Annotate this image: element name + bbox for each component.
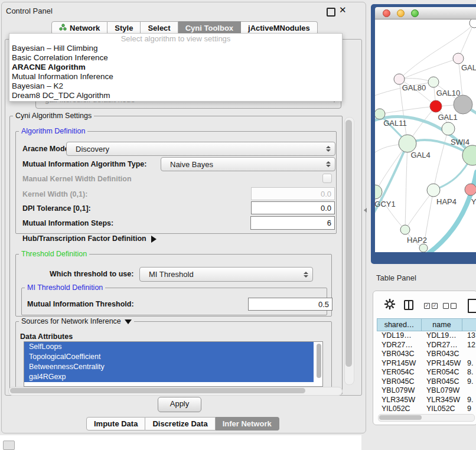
mi-steps-label: Mutual Information Steps: bbox=[22, 219, 113, 227]
network-node-gal[interactable] bbox=[453, 53, 464, 64]
column-header-a[interactable]: A bbox=[462, 318, 476, 331]
close-icon[interactable]: ✕ bbox=[339, 5, 347, 15]
mi-type-select[interactable]: Naive Bayes bbox=[161, 157, 335, 171]
column-header-shared[interactable]: shared… bbox=[377, 318, 422, 331]
list-scrollbar-thumb[interactable] bbox=[317, 344, 321, 378]
which-threshold-label: Which threshold to use: bbox=[50, 270, 133, 278]
network-node-gal11[interactable] bbox=[375, 109, 385, 119]
network-edge[interactable] bbox=[433, 129, 448, 190]
settings-vertical-scrollbar[interactable] bbox=[344, 117, 354, 385]
which-threshold-select[interactable]: MI Threshold bbox=[139, 267, 313, 282]
mi-threshold-input[interactable] bbox=[248, 298, 332, 311]
table-cell: YBL079W bbox=[422, 386, 462, 396]
algorithm-option-aracne-algorithm[interactable]: ARACNE Algorithm bbox=[9, 63, 342, 72]
table-toolbar: ✓✓ bbox=[373, 296, 476, 315]
aracne-mode-select[interactable]: Discovery bbox=[66, 142, 335, 156]
close-window-icon[interactable] bbox=[383, 9, 390, 17]
gear-icon[interactable] bbox=[384, 298, 396, 310]
network-node-gcy1[interactable] bbox=[375, 185, 382, 199]
network-node[interactable] bbox=[442, 122, 455, 135]
table-cell: 13 bbox=[462, 331, 476, 341]
table-cell: YLR345W bbox=[377, 396, 422, 405]
network-node[interactable] bbox=[470, 19, 476, 28]
table-cell: 9. bbox=[462, 377, 476, 387]
network-node-y[interactable] bbox=[465, 184, 476, 195]
table-row[interactable]: YBL079WYBL079W bbox=[377, 386, 476, 396]
algorithm-option-bayesian-k2[interactable]: Bayesian – K2 bbox=[9, 81, 342, 91]
network-edge[interactable] bbox=[405, 190, 433, 230]
settings-horizontal-scrollbar[interactable] bbox=[8, 387, 343, 396]
node-label: SWI4 bbox=[451, 138, 470, 146]
control-panel-title: Control Panel bbox=[6, 6, 53, 15]
algorithm-option-basic-correlation-inference[interactable]: Basic Correlation Inference bbox=[9, 53, 342, 63]
table-row[interactable]: YLR345WYLR345W9. bbox=[377, 396, 476, 405]
network-edge[interactable] bbox=[458, 24, 474, 58]
table-cell: 12 bbox=[462, 341, 476, 350]
network-node-hap2[interactable] bbox=[400, 225, 410, 234]
splitter-collapse-icon[interactable] bbox=[364, 208, 367, 213]
network-graph[interactable]: GALGAL80GAL10GAL1GAL11SWI4GAL4GCY1HAP4YH… bbox=[375, 19, 476, 252]
page-icon[interactable] bbox=[468, 299, 476, 313]
table-cell: YPR145W bbox=[377, 359, 422, 369]
sources-group-title[interactable]: Sources for Network Inference bbox=[19, 317, 134, 325]
attribute-item-topologicalcoefficient[interactable]: TopologicalCoefficient bbox=[24, 352, 314, 362]
float-panel-icon[interactable] bbox=[327, 8, 335, 17]
attribute-item-gal4rgexp[interactable]: gal4RGexp bbox=[24, 372, 314, 382]
table-row[interactable]: YDR27…YDR27…12 bbox=[377, 341, 476, 350]
scrollbar-thumb[interactable] bbox=[379, 415, 422, 420]
column-header-name[interactable]: name bbox=[422, 318, 462, 331]
manual-kernel-checkbox bbox=[322, 174, 332, 183]
table-row[interactable]: YIL052CYIL052C9 bbox=[377, 405, 476, 413]
table-row[interactable]: YER054CYER054C8. bbox=[377, 368, 476, 377]
algorithm-definition-title: Algorithm Definition bbox=[19, 127, 87, 135]
node-label: HAP2 bbox=[407, 236, 427, 244]
deselect-all-icon[interactable] bbox=[443, 303, 457, 309]
hub-definition-toggle[interactable]: Hub/Transcription Factor Definition bbox=[22, 234, 157, 243]
algorithm-option-dream8-dc-tdc-algorithm[interactable]: Dream8 DC_TDC Algorithm bbox=[9, 91, 342, 100]
table-row[interactable]: YBR045CYBR045C9. bbox=[377, 377, 476, 387]
table-cell bbox=[462, 350, 476, 359]
network-edge[interactable] bbox=[405, 58, 458, 78]
algorithm-option-bayesian-hill-climbing[interactable]: Bayesian – Hill Climbing bbox=[9, 44, 342, 53]
table-row[interactable]: YDL19…YDL19…13 bbox=[377, 331, 476, 341]
tab-impute-data[interactable]: Impute Data bbox=[86, 417, 145, 431]
tab-infer-network[interactable]: Infer Network bbox=[216, 417, 279, 431]
network-node-hap4[interactable] bbox=[427, 184, 440, 197]
table-cell: YDL19… bbox=[377, 331, 422, 341]
columns-icon[interactable] bbox=[404, 300, 413, 310]
node-label: GAL11 bbox=[383, 119, 407, 128]
network-edge[interactable] bbox=[405, 144, 407, 230]
network-node-gal4[interactable] bbox=[399, 135, 416, 152]
stepper-icon bbox=[324, 146, 333, 152]
apply-button[interactable]: Apply bbox=[158, 397, 201, 412]
network-node[interactable] bbox=[454, 95, 472, 114]
table-row[interactable]: YPR145WYPR145W9. bbox=[377, 359, 476, 369]
network-canvas[interactable]: GALGAL80GAL10GAL1GAL11SWI4GAL4GCY1HAP4YH… bbox=[375, 19, 476, 252]
scrollbar-thumb[interactable] bbox=[345, 120, 352, 367]
network-window-titlebar[interactable] bbox=[375, 7, 476, 19]
algorithm-option-mutual-information-inference[interactable]: Mutual Information Inference bbox=[9, 72, 342, 81]
mi-steps-input[interactable] bbox=[250, 216, 335, 230]
network-node-gal1[interactable] bbox=[430, 100, 442, 112]
table-horizontal-scrollbar[interactable] bbox=[378, 414, 475, 422]
select-all-icon[interactable]: ✓✓ bbox=[424, 303, 438, 309]
algorithm-placeholder: Select algorithm to view settings bbox=[9, 34, 342, 44]
algorithm-list: Bayesian – Hill ClimbingBasic Correlatio… bbox=[9, 44, 342, 100]
network-node-gal10[interactable] bbox=[428, 77, 439, 87]
table-row[interactable]: YBR043CYBR043C bbox=[377, 350, 476, 359]
network-node[interactable] bbox=[419, 244, 428, 252]
zoom-window-icon[interactable] bbox=[411, 9, 419, 17]
scrollbar-thumb[interactable] bbox=[10, 388, 305, 393]
screen: Control Panel ✕ NetworkStyleSelectCyni T… bbox=[0, 0, 476, 450]
attribute-item-betweennesscentrality[interactable]: BetweennessCentrality bbox=[24, 362, 314, 372]
table-cell: 9 bbox=[462, 405, 476, 413]
tab-discretize-data[interactable]: Discretize Data bbox=[145, 417, 215, 431]
table-cell: YDR27… bbox=[377, 341, 422, 350]
attribute-item-selfloops[interactable]: SelfLoops bbox=[24, 342, 314, 352]
network-edge[interactable] bbox=[380, 106, 436, 114]
kernel-width-input bbox=[251, 187, 335, 200]
minimized-panel-icon[interactable] bbox=[3, 441, 15, 450]
dpi-tolerance-input[interactable] bbox=[251, 201, 335, 214]
minimize-window-icon[interactable] bbox=[397, 9, 405, 17]
attribute-items: SelfLoopsTopologicalCoefficientBetweenne… bbox=[24, 342, 322, 382]
